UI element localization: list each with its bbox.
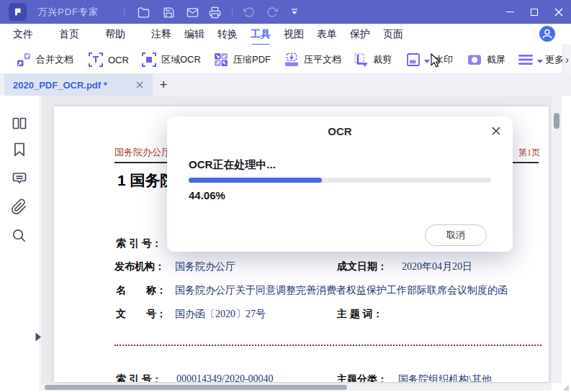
user-avatar[interactable] — [539, 26, 555, 42]
tabbar: 2020_PDF_OCR.pdf * + — [0, 74, 571, 96]
toolbar-label: 截屏 — [487, 53, 505, 66]
toolbar-watermark[interactable]: 水印 — [405, 51, 453, 68]
doc-field-label: 发布机构： — [114, 260, 165, 273]
ocr-icon — [88, 52, 104, 68]
menu-home[interactable]: 首页 — [59, 28, 79, 41]
progress-bar — [189, 178, 491, 183]
vertical-scrollbar-thumb[interactable] — [554, 113, 559, 129]
doc-field-label: 主 题 词： — [337, 308, 383, 321]
toolbar-menu[interactable] — [517, 51, 543, 68]
progress-fill — [189, 178, 322, 183]
bookmarks-panel-button[interactable] — [11, 141, 30, 160]
menu-file[interactable]: 文件 — [13, 28, 33, 41]
doc-field-value: 国务院办公厅 — [175, 260, 235, 273]
maximize-icon — [531, 9, 538, 16]
close-icon — [554, 8, 563, 17]
toolbar-label: OCR — [108, 55, 129, 65]
email-button[interactable] — [185, 5, 199, 19]
toolbar: 合并文档 OCR 区域OCR — [0, 45, 571, 74]
doc-field-label: 索 引 号： — [116, 237, 162, 250]
app-title: 万兴PDF专家 — [37, 6, 99, 19]
toolbar-area-ocr[interactable]: 区域OCR — [141, 51, 201, 68]
toolbar-label: 压平文档 — [304, 53, 341, 66]
new-tab-button[interactable]: + — [154, 76, 173, 94]
comments-panel-button[interactable] — [11, 170, 30, 188]
pdf-app-window: 万兴PDF专家 文件 首页 帮助 — [0, 0, 571, 392]
mouse-cursor — [430, 53, 443, 68]
menu-view[interactable]: 视图 — [284, 28, 304, 41]
doc-field-label: 主题分类： — [337, 373, 387, 382]
document-tab[interactable]: 2020_PDF_OCR.pdf * — [4, 74, 153, 96]
toolbar-crop[interactable]: 裁剪 — [353, 51, 392, 68]
maximize-button[interactable] — [522, 0, 547, 24]
app-logo-icon — [9, 3, 27, 21]
close-icon — [136, 81, 143, 88]
titlebar-separator — [232, 7, 233, 17]
doc-field-label: 成文日期： — [337, 260, 387, 273]
toolbar-compress-pdf[interactable]: 压缩PDF — [213, 51, 271, 68]
progress-percent-text: 44.06% — [189, 189, 225, 201]
minimize-button[interactable] — [498, 0, 522, 24]
search-panel-button[interactable] — [11, 227, 30, 246]
doc-dotted-rule — [114, 345, 541, 346]
dropdown-caret-icon — [424, 60, 430, 66]
horizontal-scrollbar-thumb[interactable] — [45, 385, 347, 390]
cancel-button[interactable]: 取消 — [425, 224, 487, 246]
tab-close-button[interactable] — [134, 79, 145, 91]
toolbar-label: 区域OCR — [161, 53, 201, 66]
ocr-status-text: OCR正在处理中... — [189, 158, 276, 172]
vertical-scrollbar[interactable] — [552, 96, 562, 383]
collapse-toolbar-icon — [289, 7, 300, 17]
menu-form[interactable]: 表单 — [317, 28, 337, 41]
titlebar-separator — [124, 7, 125, 17]
menu-protect[interactable]: 保护 — [350, 28, 370, 41]
doc-field-label: 文 号： — [116, 308, 166, 321]
open-folder-icon — [138, 6, 150, 19]
toolbar-flatten-pdf[interactable]: 压平文档 — [284, 51, 341, 68]
crop-icon — [353, 52, 369, 68]
horizontal-scrollbar[interactable] — [41, 383, 552, 391]
menu-edit[interactable]: 编辑 — [184, 28, 204, 41]
area-ocr-icon — [141, 52, 157, 68]
page-thumbnails-icon — [11, 115, 28, 132]
close-window-button[interactable] — [547, 0, 571, 24]
toolbar-screenshot[interactable]: 截屏 — [467, 51, 505, 68]
doc-field-value: 2020年04月20日 — [402, 260, 472, 273]
menu-comment[interactable]: 注释 — [151, 28, 171, 41]
search-icon — [11, 227, 27, 244]
toolbar-overflow-chevron[interactable]: › — [562, 45, 571, 74]
undo-button[interactable] — [242, 5, 256, 19]
toolbar-ocr[interactable]: OCR — [88, 51, 129, 68]
attachments-panel-button[interactable] — [11, 199, 30, 217]
toolbar-label: 更多 — [545, 53, 564, 66]
save-button[interactable] — [161, 5, 176, 19]
toolbar-label: 压缩PDF — [233, 53, 271, 66]
print-button[interactable] — [207, 5, 222, 19]
redo-button[interactable] — [265, 5, 279, 19]
menu-help[interactable]: 帮助 — [105, 28, 125, 41]
attachment-icon — [11, 199, 27, 215]
thumbnails-panel-button[interactable] — [11, 115, 30, 134]
print-icon — [209, 6, 221, 19]
menu-convert[interactable]: 转换 — [217, 28, 238, 41]
menu-page[interactable]: 页面 — [383, 28, 403, 41]
undo-icon — [243, 6, 255, 18]
toolbar-more[interactable]: 更多 — [545, 51, 564, 68]
comment-icon — [11, 170, 28, 187]
bookmark-icon — [11, 141, 28, 158]
close-icon — [492, 127, 500, 135]
compress-pdf-icon — [213, 52, 229, 68]
save-icon — [163, 6, 175, 19]
user-avatar-icon — [539, 26, 555, 42]
collapse-toolbar-button[interactable] — [287, 5, 302, 19]
doc-field-value: 000014349/2020-00040 — [176, 373, 274, 382]
doc-field-label: 索 引 号： — [116, 373, 162, 382]
dialog-close-button[interactable] — [490, 124, 503, 137]
open-folder-button[interactable] — [136, 5, 150, 19]
tab-title: 2020_PDF_OCR.pdf * — [13, 80, 134, 91]
menu-tools[interactable]: 工具 — [251, 28, 271, 41]
minimize-icon — [506, 12, 514, 13]
dropdown-caret-icon — [537, 60, 543, 66]
toolbar-merge-documents[interactable]: 合并文档 — [16, 51, 73, 68]
merge-documents-icon — [16, 52, 32, 68]
